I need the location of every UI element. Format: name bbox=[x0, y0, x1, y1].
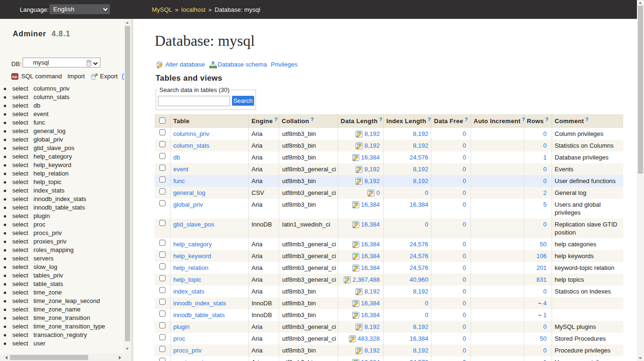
svg-text:SQL: SQL bbox=[12, 75, 18, 78]
